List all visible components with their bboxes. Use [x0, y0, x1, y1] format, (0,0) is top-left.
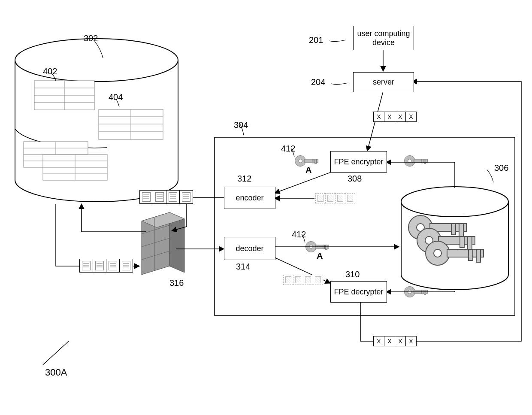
svg-line-76: [43, 341, 69, 365]
diagram-stage: user computing device 201 server 204 X X…: [0, 0, 532, 415]
